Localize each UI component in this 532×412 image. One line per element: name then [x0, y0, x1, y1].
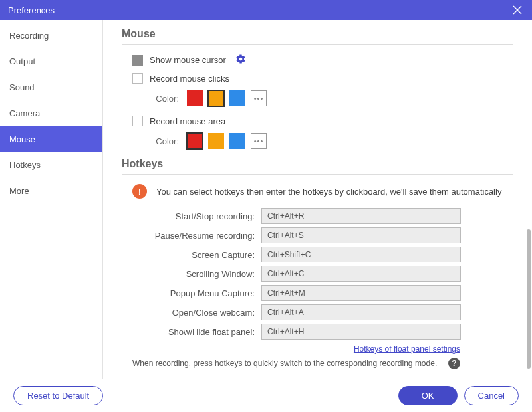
hotkey-input-webcam[interactable]: Ctrl+Alt+A [261, 304, 461, 320]
hotkey-input-scrolling-window[interactable]: Ctrl+Alt+C [261, 266, 461, 282]
color-label: Color: [150, 136, 179, 146]
hotkeys-heading: Hotkeys [122, 158, 513, 175]
mouse-heading: Mouse [122, 28, 513, 45]
hotkey-label: Start/Stop recording: [122, 211, 261, 221]
area-color-row: Color: ••• [122, 133, 513, 149]
color-swatch-orange[interactable] [208, 90, 224, 106]
sidebar: Recording Output Sound Camera Mouse Hotk… [0, 20, 103, 379]
hotkey-label: Open/Close webcam: [122, 308, 261, 318]
clicks-color-row: Color: ••• [122, 90, 513, 106]
hotkey-label: Pause/Resume recording: [122, 231, 261, 241]
hotkeys-info-text: You can select hotkeys then enter the ho… [156, 187, 501, 197]
sidebar-item-more[interactable]: More [0, 178, 102, 204]
color-swatch-blue[interactable] [229, 90, 245, 106]
sidebar-item-mouse[interactable]: Mouse [0, 126, 102, 152]
color-swatch-blue[interactable] [229, 133, 245, 149]
record-area-label: Record mouse area [150, 116, 225, 126]
record-clicks-row: Record mouse clicks [122, 73, 513, 84]
hotkey-row-screen-capture: Screen Capture: Ctrl+Shift+C [122, 247, 513, 262]
show-cursor-row: Show mouse cursor [122, 54, 513, 66]
sidebar-item-output[interactable]: Output [0, 49, 102, 74]
float-panel-link-row: Hotkeys of float panel settings [122, 344, 513, 354]
hotkey-input-screen-capture[interactable]: Ctrl+Shift+C [261, 247, 461, 262]
ok-button[interactable]: OK [398, 386, 458, 405]
close-icon[interactable] [511, 3, 524, 17]
color-swatch-red[interactable] [187, 90, 203, 106]
gear-icon[interactable] [235, 54, 246, 66]
titlebar: Preferences [0, 0, 532, 20]
cancel-button[interactable]: Cancel [464, 386, 519, 405]
hotkey-row-scrolling-window: Scrolling Window: Ctrl+Alt+C [122, 266, 513, 282]
hotkey-row-popup-menu: Popup Menu Capture: Ctrl+Alt+M [122, 285, 513, 301]
hotkey-input-popup-menu[interactable]: Ctrl+Alt+M [261, 285, 461, 301]
reset-to-default-button[interactable]: Reset to Default [13, 386, 103, 405]
more-colors-button[interactable]: ••• [251, 133, 267, 149]
float-panel-settings-link[interactable]: Hotkeys of float panel settings [354, 344, 460, 354]
color-label: Color: [150, 94, 179, 104]
scrollbar-thumb[interactable] [527, 229, 531, 369]
hotkey-label: Scrolling Window: [122, 269, 261, 279]
hotkeys-infobar: ! You can select hotkeys then enter the … [122, 184, 513, 199]
hotkeys-note-text: When recording, press hotkeys to quickly… [132, 359, 437, 368]
hotkey-input-start-stop[interactable]: Ctrl+Alt+R [261, 208, 461, 224]
hotkeys-note-row: When recording, press hotkeys to quickly… [122, 354, 513, 369]
hotkey-row-start-stop: Start/Stop recording: Ctrl+Alt+R [122, 208, 513, 224]
color-swatch-red[interactable] [187, 133, 203, 149]
record-area-row: Record mouse area [122, 116, 513, 126]
sidebar-item-recording[interactable]: Recording [0, 23, 102, 49]
sidebar-item-hotkeys[interactable]: Hotkeys [0, 152, 102, 178]
hotkey-label: Screen Capture: [122, 250, 261, 260]
hotkey-row-float-panel: Show/Hide float panel: Ctrl+Alt+H [122, 324, 513, 340]
hotkey-label: Show/Hide float panel: [122, 327, 261, 337]
more-colors-button[interactable]: ••• [251, 90, 267, 106]
hotkey-input-pause-resume[interactable]: Ctrl+Alt+S [261, 227, 461, 243]
help-icon[interactable]: ? [448, 358, 460, 369]
sidebar-item-sound[interactable]: Sound [0, 74, 102, 100]
hotkey-input-float-panel[interactable]: Ctrl+Alt+H [261, 324, 461, 340]
record-area-checkbox[interactable] [132, 116, 143, 126]
footer: Reset to Default OK Cancel [0, 379, 532, 412]
hotkey-label: Popup Menu Capture: [122, 288, 261, 298]
sidebar-item-camera[interactable]: Camera [0, 100, 102, 126]
record-clicks-checkbox[interactable] [132, 73, 143, 84]
hotkeys-section: Hotkeys ! You can select hotkeys then en… [122, 158, 513, 369]
show-cursor-label: Show mouse cursor [150, 55, 226, 65]
color-swatch-orange[interactable] [208, 133, 224, 149]
hotkey-row-webcam: Open/Close webcam: Ctrl+Alt+A [122, 304, 513, 320]
hotkey-row-pause-resume: Pause/Resume recording: Ctrl+Alt+S [122, 227, 513, 243]
record-clicks-label: Record mouse clicks [150, 74, 229, 84]
content-pane: Mouse Show mouse cursor Record mouse cli… [103, 20, 532, 379]
body: Recording Output Sound Camera Mouse Hotk… [0, 20, 532, 379]
hotkeys-grid: Start/Stop recording: Ctrl+Alt+R Pause/R… [122, 208, 513, 340]
window-title: Preferences [8, 5, 55, 15]
show-cursor-checkbox[interactable] [132, 55, 143, 66]
info-icon: ! [132, 184, 147, 199]
